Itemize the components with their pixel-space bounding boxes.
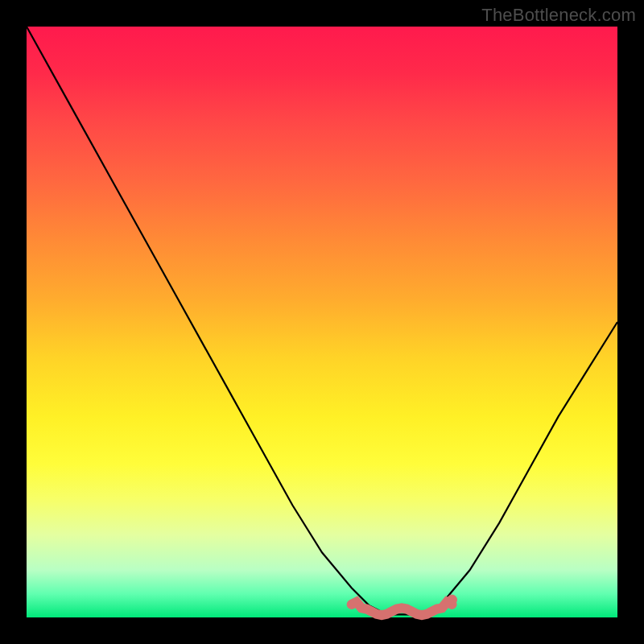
- end-marker: [448, 595, 457, 605]
- bottleneck-curve-svg: [27, 27, 617, 617]
- plot-area: [27, 27, 617, 617]
- chart-frame: TheBottleneck.com: [0, 0, 644, 644]
- bottleneck-curve-path: [27, 27, 617, 614]
- watermark-text: TheBottleneck.com: [481, 5, 636, 26]
